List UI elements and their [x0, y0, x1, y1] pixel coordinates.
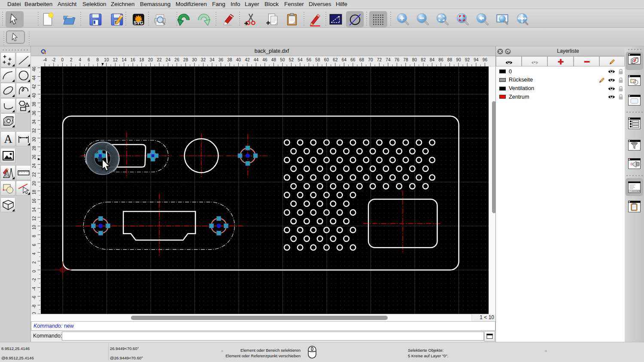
svg-text:26: 26 — [32, 154, 36, 160]
svg-text:48: 48 — [271, 57, 276, 62]
svg-text:90: 90 — [456, 57, 461, 62]
svg-text:> command: > command — [630, 190, 640, 192]
svg-text:94: 94 — [474, 57, 479, 62]
svg-text:46: 46 — [262, 57, 267, 62]
svg-text:8: 8 — [32, 235, 36, 237]
svg-text:40: 40 — [236, 57, 241, 62]
svg-text:60: 60 — [324, 57, 329, 62]
svg-text:40: 40 — [32, 93, 36, 98]
svg-text:32: 32 — [201, 57, 206, 62]
svg-text:34: 34 — [32, 119, 36, 124]
svg-text:-8: -8 — [32, 304, 36, 308]
svg-text:82: 82 — [421, 57, 426, 62]
svg-text:36: 36 — [32, 110, 36, 115]
svg-text:-4: -4 — [43, 57, 47, 62]
svg-text:28: 28 — [183, 57, 188, 62]
svg-text:72: 72 — [377, 57, 382, 62]
svg-text:42: 42 — [245, 57, 250, 62]
svg-text:46: 46 — [32, 66, 36, 71]
svg-text:22: 22 — [32, 172, 36, 177]
svg-text:24: 24 — [32, 163, 36, 168]
svg-text:42: 42 — [32, 84, 36, 89]
svg-text:26: 26 — [174, 57, 179, 62]
svg-text:56: 56 — [307, 57, 312, 62]
svg-text:12: 12 — [113, 57, 118, 62]
svg-text:14: 14 — [32, 207, 36, 212]
svg-text:24: 24 — [166, 57, 171, 62]
svg-text:4: 4 — [32, 252, 36, 255]
svg-text:44: 44 — [254, 57, 259, 62]
svg-text:78: 78 — [403, 57, 408, 62]
svg-text:SVG: SVG — [134, 20, 143, 25]
svg-text:64: 64 — [342, 57, 347, 62]
svg-text:70: 70 — [368, 57, 373, 62]
svg-text:20: 20 — [32, 181, 36, 186]
svg-text:30: 30 — [192, 57, 197, 62]
svg-text:10: 10 — [32, 225, 36, 230]
svg-text:0: 0 — [32, 270, 36, 272]
svg-text:2: 2 — [70, 57, 73, 62]
svg-text:10: 10 — [104, 57, 109, 62]
svg-text:2: 2 — [32, 261, 36, 264]
svg-text:4: 4 — [79, 57, 82, 62]
svg-text:76: 76 — [395, 57, 400, 62]
svg-text:30: 30 — [32, 137, 36, 142]
svg-text:54: 54 — [298, 57, 303, 62]
svg-text:14: 14 — [122, 57, 127, 62]
svg-text:22: 22 — [157, 57, 162, 62]
svg-text:92: 92 — [465, 57, 470, 62]
svg-text:38: 38 — [32, 102, 36, 107]
svg-text:62: 62 — [333, 57, 338, 62]
svg-text:-6: -6 — [32, 296, 36, 299]
svg-text:66: 66 — [350, 57, 355, 62]
svg-text:44: 44 — [32, 75, 36, 80]
svg-text:50: 50 — [280, 57, 285, 62]
svg-text:-2: -2 — [52, 57, 55, 62]
svg-text:12: 12 — [32, 216, 36, 221]
svg-text:-4: -4 — [32, 287, 36, 290]
svg-text:34: 34 — [210, 57, 215, 62]
svg-text:18: 18 — [139, 57, 144, 62]
svg-text:32: 32 — [32, 128, 36, 133]
svg-text:86: 86 — [438, 57, 444, 62]
svg-text:74: 74 — [386, 57, 391, 62]
svg-text:52: 52 — [289, 57, 294, 62]
svg-text:96: 96 — [483, 57, 488, 62]
svg-text:36: 36 — [219, 57, 224, 62]
svg-text:84: 84 — [430, 57, 435, 62]
svg-text:8: 8 — [97, 57, 99, 62]
svg-text:80: 80 — [412, 57, 417, 62]
svg-text:38: 38 — [227, 57, 232, 62]
svg-text:6: 6 — [32, 244, 36, 246]
svg-text:58: 58 — [315, 57, 320, 62]
svg-text:18: 18 — [32, 190, 36, 195]
svg-text:-2: -2 — [32, 278, 36, 282]
svg-text:88: 88 — [447, 57, 453, 62]
svg-text:20: 20 — [148, 57, 153, 62]
svg-text:6: 6 — [88, 57, 90, 62]
svg-text:28: 28 — [32, 145, 36, 151]
svg-text:0: 0 — [61, 57, 64, 62]
svg-text:16: 16 — [131, 57, 136, 62]
svg-text:68: 68 — [359, 57, 365, 62]
svg-text:16: 16 — [32, 198, 36, 203]
svg-text:A: A — [4, 133, 12, 145]
